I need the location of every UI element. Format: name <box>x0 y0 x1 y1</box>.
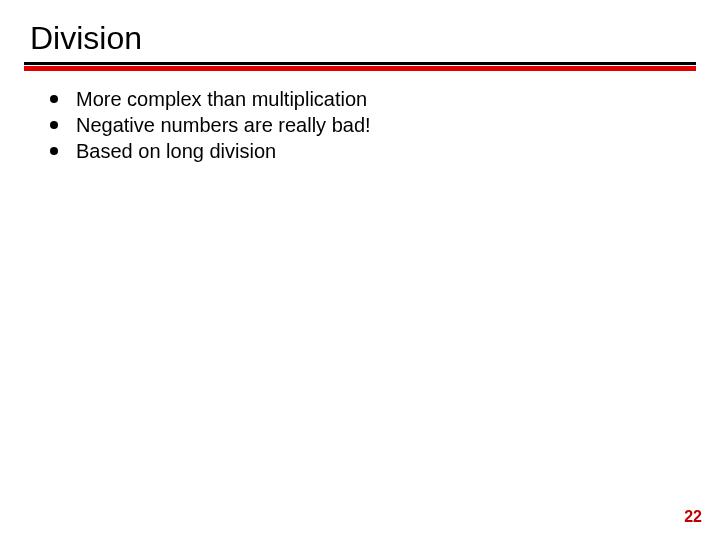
title-underline-black <box>24 62 696 65</box>
page-number: 22 <box>684 508 702 526</box>
bullet-text: Negative numbers are really bad! <box>76 112 371 138</box>
title-underline-red <box>24 66 696 71</box>
slide-title: Division <box>30 20 142 57</box>
bullet-icon <box>50 147 58 155</box>
slide: Division More complex than multiplicatio… <box>0 0 720 540</box>
bullet-text: More complex than multiplication <box>76 86 367 112</box>
list-item: Based on long division <box>50 138 670 164</box>
bullet-list: More complex than multiplication Negativ… <box>50 86 670 164</box>
list-item: More complex than multiplication <box>50 86 670 112</box>
bullet-text: Based on long division <box>76 138 276 164</box>
bullet-icon <box>50 95 58 103</box>
list-item: Negative numbers are really bad! <box>50 112 670 138</box>
bullet-icon <box>50 121 58 129</box>
